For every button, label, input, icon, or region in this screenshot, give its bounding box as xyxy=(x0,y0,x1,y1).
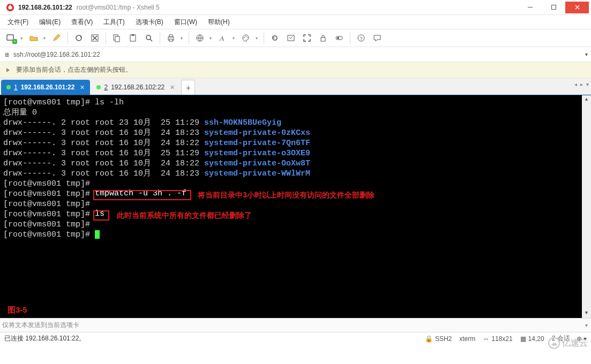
fullscreen-icon[interactable] xyxy=(300,31,315,45)
arrow-add-icon[interactable] xyxy=(4,66,13,74)
tab-session-1[interactable]: 1 192.168.26.101:22 ✕ xyxy=(1,80,90,95)
scroll-track[interactable] xyxy=(582,104,591,309)
term-prompt: [root@vms001 tmp]# xyxy=(3,199,588,209)
scroll-up-icon[interactable]: ▲ xyxy=(582,95,591,104)
highlight-box xyxy=(93,210,109,221)
status-dot-icon xyxy=(6,85,11,89)
terminal[interactable]: [root@vms001 tmp]# ls -lh 总用量 0 drwx----… xyxy=(0,95,591,318)
tab-number: 1 xyxy=(14,84,18,91)
menu-help[interactable]: 帮助(H) xyxy=(205,17,233,28)
terminal-scrollbar[interactable]: ▲ ▼ xyxy=(582,95,591,318)
ls-row: drwx------. 3 root root 16 10月 24 18:23 … xyxy=(3,169,588,179)
figure-label: 图3-5 xyxy=(8,305,27,315)
dropdown-icon[interactable]: ▾ xyxy=(208,36,213,41)
globe-icon[interactable] xyxy=(192,31,207,45)
svg-rect-3 xyxy=(528,7,533,7)
app-logo xyxy=(5,3,15,12)
titlebar: 192.168.26.101:22 root@vms001:/tmp - Xsh… xyxy=(0,0,591,15)
scroll-down-icon[interactable]: ▼ xyxy=(582,309,591,318)
search-icon[interactable] xyxy=(141,31,156,45)
quick-icon[interactable] xyxy=(283,31,298,45)
title-ip: 192.168.26.101:22 xyxy=(18,4,72,11)
paste-icon[interactable] xyxy=(125,31,140,45)
dropdown-icon[interactable]: ▾ xyxy=(42,36,47,41)
copy-icon[interactable] xyxy=(109,31,124,45)
address-bar[interactable]: 🗎 ssh://root@192.168.26.101:22 ▾ xyxy=(0,47,591,62)
svg-point-19 xyxy=(245,36,246,37)
hint-bar: 要添加当前会话，点击左侧的箭头按钮。 xyxy=(0,62,591,78)
ls-row: drwx------. 3 root root 16 10月 25 11:29 … xyxy=(3,148,588,158)
tabs-prev-icon[interactable]: ◂ xyxy=(574,81,577,87)
close-button[interactable] xyxy=(565,2,589,13)
annotation-ls: 此时当前系统中所有的文件都已经删除了 xyxy=(117,210,252,221)
add-tab-button[interactable]: + xyxy=(181,80,195,95)
menu-window[interactable]: 窗口(W) xyxy=(171,17,200,28)
menu-tab[interactable]: 选项卡(B) xyxy=(132,17,167,28)
tab-number: 2 xyxy=(104,84,108,91)
speech-icon[interactable] xyxy=(370,31,385,45)
tab-close-icon[interactable]: ✕ xyxy=(80,84,85,91)
svg-rect-2 xyxy=(10,4,11,6)
dropdown-icon[interactable]: ▾ xyxy=(19,36,24,41)
maximize-button[interactable] xyxy=(542,2,565,13)
term-line: [root@vms001 tmp]# ls xyxy=(3,209,588,219)
dropdown-icon[interactable]: ▾ xyxy=(231,36,236,41)
svg-rect-22 xyxy=(321,37,325,41)
svg-point-24 xyxy=(337,37,339,39)
menu-view[interactable]: 查看(V) xyxy=(68,17,96,28)
watermark: ☁ 亿速云 xyxy=(548,337,588,349)
retry-icon[interactable] xyxy=(267,31,282,45)
ls-row: drwx------. 3 root root 16 10月 24 18:22 … xyxy=(3,158,588,169)
menu-edit[interactable]: 编辑(E) xyxy=(36,17,64,28)
toggle-icon[interactable] xyxy=(332,31,347,45)
highlight-box xyxy=(93,190,191,200)
sendbar-dropdown-icon[interactable]: ▾ xyxy=(585,322,588,328)
tab-session-2[interactable]: 2 192.168.26.102:22 ✕ xyxy=(91,80,180,95)
menu-file[interactable]: 文件(F) xyxy=(4,17,32,28)
send-textbar[interactable]: 仅将文本发送到当前选项卡 ▾ xyxy=(0,318,591,332)
send-placeholder: 仅将文本发送到当前选项卡 xyxy=(2,321,79,330)
cursor xyxy=(95,230,100,239)
term-prompt: [root@vms001 tmp]# xyxy=(3,219,588,230)
palette-icon[interactable] xyxy=(238,31,253,45)
svg-rect-11 xyxy=(132,34,134,36)
tab-bar: 1 192.168.26.101:22 ✕ 2 192.168.26.102:2… xyxy=(0,78,591,95)
menubar: 文件(F) 编辑(E) 查看(V) 工具(T) 选项卡(B) 窗口(W) 帮助(… xyxy=(0,15,591,29)
reconnect-icon[interactable] xyxy=(71,31,86,45)
lock-small-icon: 🔒 xyxy=(425,335,433,343)
status-dot-icon xyxy=(96,85,101,89)
disconnect-icon[interactable] xyxy=(87,31,102,45)
dropdown-icon[interactable]: ▾ xyxy=(179,36,184,41)
address-dropdown-icon[interactable]: ▾ xyxy=(585,51,588,57)
edit-icon[interactable] xyxy=(49,31,64,45)
svg-point-18 xyxy=(244,37,245,38)
tabs-next-icon[interactable]: ▸ xyxy=(580,81,583,87)
status-termtype: xterm xyxy=(459,335,475,343)
svg-text:A: A xyxy=(219,34,224,42)
hint-text: 要添加当前会话，点击左侧的箭头按钮。 xyxy=(16,65,132,74)
open-icon[interactable] xyxy=(26,31,41,45)
tabs-menu-icon[interactable]: ▾ xyxy=(586,81,589,87)
svg-point-6 xyxy=(76,35,81,41)
font-style-icon[interactable]: A xyxy=(215,31,230,45)
status-size: ↔118x21 xyxy=(483,335,512,343)
lock-icon[interactable] xyxy=(316,31,331,45)
tab-close-icon[interactable]: ✕ xyxy=(170,84,175,91)
svg-text:?: ? xyxy=(360,36,363,41)
svg-rect-15 xyxy=(169,39,173,41)
help-icon[interactable]: ? xyxy=(354,31,369,45)
status-protocol: 🔒SSH2 xyxy=(425,335,452,343)
toolbar: +▾ ▾ ▾ ▾ A▾ ▾ ? xyxy=(0,29,591,47)
print-icon[interactable] xyxy=(163,31,178,45)
term-line: 总用量 0 xyxy=(3,108,588,118)
tab-label: 192.168.26.101:22 xyxy=(21,84,75,91)
minimize-button[interactable] xyxy=(518,2,542,13)
status-bar: 已连接 192.168.26.101:22。 🔒SSH2 xterm ↔118x… xyxy=(0,332,591,345)
menu-tools[interactable]: 工具(T) xyxy=(100,17,128,28)
svg-rect-4 xyxy=(551,5,556,10)
tab-label: 192.168.26.102:22 xyxy=(111,84,164,91)
ls-row: drwx------. 2 root root 23 10月 25 11:29 … xyxy=(3,118,588,128)
cloud-icon: ☁ xyxy=(548,337,560,349)
lock-small-icon: 🗎 xyxy=(4,51,10,58)
dropdown-icon[interactable]: ▾ xyxy=(255,36,259,41)
